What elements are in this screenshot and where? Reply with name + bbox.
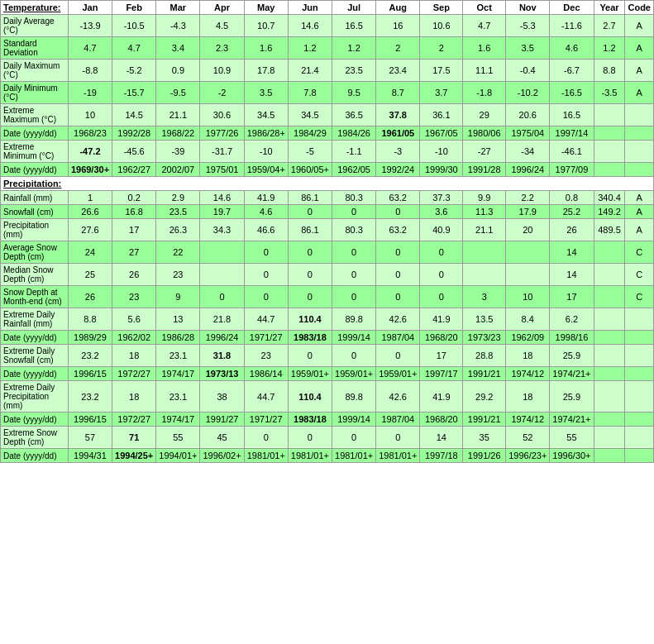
cell-value: -11.6 — [550, 15, 594, 37]
cell-value: 17.8 — [244, 60, 288, 82]
cell-value: 1975/04 — [506, 126, 550, 141]
cell-value: -10 — [244, 141, 288, 163]
cell-value: 10.9 — [200, 60, 244, 82]
cell-value: -39 — [156, 141, 200, 163]
col-dec: Dec — [550, 1, 594, 15]
row-label: Snow Depth at Month-end (cm) — [1, 286, 69, 308]
cell-value: 17 — [112, 219, 156, 241]
cell-value: 1967/05 — [420, 126, 463, 141]
cell-value: 1992/24 — [376, 163, 420, 177]
cell-value: -10.5 — [112, 15, 156, 37]
cell-value: 27.6 — [68, 219, 112, 241]
row-label: Date (yyyy/dd) — [1, 163, 69, 177]
cell-value: 24 — [68, 241, 112, 264]
cell-value: 0 — [420, 264, 463, 286]
cell-value: 0 — [376, 241, 420, 264]
cell-value: 1.2 — [594, 37, 625, 60]
cell-value: 3.7 — [420, 82, 463, 104]
cell-value: 1962/02 — [112, 331, 156, 345]
cell-value: 1991/27 — [200, 413, 244, 427]
cell-value: 1959/01+ — [288, 367, 332, 381]
cell-value: 20.6 — [506, 104, 550, 126]
cell-value: 25.9 — [550, 381, 594, 413]
cell-value: 1981/01+ — [332, 449, 376, 463]
row-label: Snowfall (cm) — [1, 205, 69, 219]
cell-value: A — [625, 82, 654, 104]
cell-value: 10 — [506, 286, 550, 308]
cell-value: 1989/29 — [68, 331, 112, 345]
cell-value: 1972/27 — [112, 413, 156, 427]
cell-value: 1.6 — [463, 37, 506, 60]
cell-value: 25.2 — [550, 205, 594, 219]
cell-value — [200, 264, 244, 286]
cell-value: -27 — [463, 141, 506, 163]
cell-value: 52 — [506, 427, 550, 449]
cell-value: 6.2 — [550, 308, 594, 331]
cell-value: -19 — [68, 82, 112, 104]
cell-value: 0 — [200, 286, 244, 308]
cell-value: 35 — [463, 427, 506, 449]
cell-value: 1994/01+ — [156, 449, 200, 463]
cell-value: 26.3 — [156, 219, 200, 241]
cell-value: -5.3 — [506, 15, 550, 37]
cell-value: 42.6 — [376, 381, 420, 413]
cell-value: 0 — [244, 241, 288, 264]
cell-value — [594, 367, 625, 381]
cell-value: 34.5 — [244, 104, 288, 126]
cell-value — [625, 413, 654, 427]
cell-value: 7.8 — [288, 82, 332, 104]
cell-value: 1983/18 — [288, 413, 332, 427]
cell-value: 1994/25+ — [112, 449, 156, 463]
cell-value: -16.5 — [550, 82, 594, 104]
cell-value: 0 — [288, 345, 332, 367]
row-label: Extreme Daily Rainfall (mm) — [1, 308, 69, 331]
cell-value — [594, 381, 625, 413]
cell-value: 63.2 — [376, 219, 420, 241]
row-label: Date (yyyy/dd) — [1, 449, 69, 463]
cell-value: 4.6 — [550, 37, 594, 60]
cell-value: 1991/26 — [463, 449, 506, 463]
cell-value: 37.8 — [376, 104, 420, 126]
cell-value: 19.7 — [200, 205, 244, 219]
col-aug: Aug — [376, 1, 420, 15]
cell-value: 57 — [68, 427, 112, 449]
cell-value: 110.4 — [288, 308, 332, 331]
cell-value: -10.2 — [506, 82, 550, 104]
cell-value — [594, 286, 625, 308]
cell-value: 1974/12 — [506, 367, 550, 381]
table-row: Daily Maximum (°C)-8.8-5.20.910.917.821.… — [1, 60, 654, 82]
cell-value: 21.4 — [288, 60, 332, 82]
cell-value: 1991/28 — [463, 163, 506, 177]
cell-value: 1974/17 — [156, 367, 200, 381]
cell-value: 86.1 — [288, 219, 332, 241]
cell-value: 1969/30+ — [68, 163, 112, 177]
cell-value: 1984/29 — [288, 126, 332, 141]
cell-value: 23 — [156, 264, 200, 286]
cell-value: 1981/01+ — [376, 449, 420, 463]
cell-value: 1986/28+ — [244, 126, 288, 141]
cell-value: 23 — [244, 345, 288, 367]
cell-value: 22 — [156, 241, 200, 264]
cell-value: 1996/24 — [200, 331, 244, 345]
col-feb: Feb — [112, 1, 156, 15]
cell-value: 4.7 — [112, 37, 156, 60]
cell-value — [463, 241, 506, 264]
col-nov: Nov — [506, 1, 550, 15]
cell-value: 0 — [376, 427, 420, 449]
cell-value: 89.8 — [332, 381, 376, 413]
cell-value: 18 — [506, 381, 550, 413]
cell-value: -31.7 — [200, 141, 244, 163]
cell-value: 1996/23+ — [506, 449, 550, 463]
cell-value: 0 — [420, 241, 463, 264]
cell-value: 0 — [376, 205, 420, 219]
col-oct: Oct — [463, 1, 506, 15]
cell-value: 55 — [550, 427, 594, 449]
table-row: Daily Minimum (°C)-19-15.7-9.5-23.57.89.… — [1, 82, 654, 104]
cell-value: 14.5 — [112, 104, 156, 126]
cell-value: 3.4 — [156, 37, 200, 60]
row-label: Precipitation (mm) — [1, 219, 69, 241]
cell-value: 0 — [244, 427, 288, 449]
cell-value: 1968/23 — [68, 126, 112, 141]
cell-value: 0 — [332, 427, 376, 449]
cell-value: 23.1 — [156, 345, 200, 367]
